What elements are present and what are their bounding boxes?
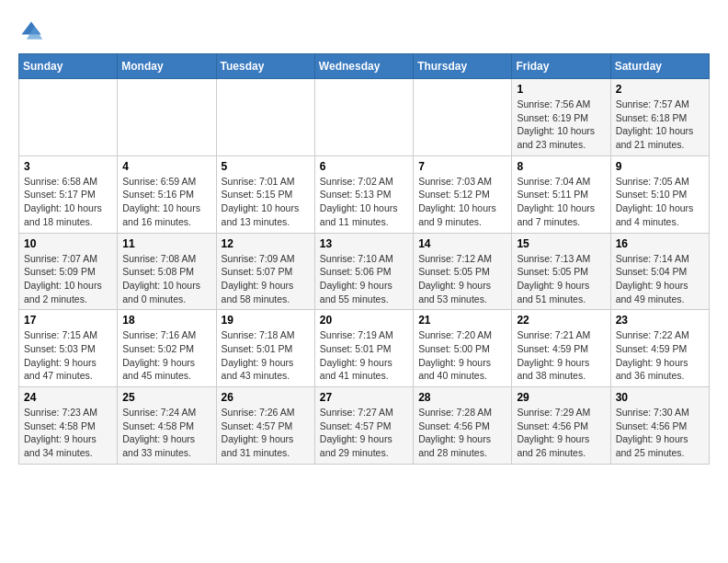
day-info: Sunrise: 7:05 AM Sunset: 5:10 PM Dayligh… (616, 175, 704, 229)
calendar-day-cell: 30Sunrise: 7:30 AM Sunset: 4:56 PM Dayli… (610, 387, 709, 465)
day-number: 15 (517, 237, 605, 250)
day-info: Sunrise: 7:07 AM Sunset: 5:09 PM Dayligh… (24, 252, 112, 306)
day-number: 27 (320, 391, 408, 404)
day-number: 3 (24, 160, 112, 173)
day-info: Sunrise: 7:08 AM Sunset: 5:08 PM Dayligh… (122, 252, 210, 306)
calendar-day-cell: 19Sunrise: 7:18 AM Sunset: 5:01 PM Dayli… (216, 310, 314, 387)
calendar-day-cell (19, 79, 118, 156)
dow-cell: Tuesday (216, 54, 314, 79)
day-number: 20 (320, 314, 408, 327)
day-number: 11 (122, 237, 210, 250)
day-number: 6 (320, 160, 408, 173)
day-number: 12 (222, 237, 310, 250)
calendar-day-cell: 21Sunrise: 7:20 AM Sunset: 5:00 PM Dayli… (414, 310, 512, 387)
calendar-day-cell (118, 79, 216, 156)
day-info: Sunrise: 7:21 AM Sunset: 4:59 PM Dayligh… (517, 328, 605, 383)
dow-cell: Friday (512, 54, 610, 79)
calendar-day-cell: 25Sunrise: 7:24 AM Sunset: 4:58 PM Dayli… (118, 387, 216, 465)
day-number: 1 (517, 83, 605, 96)
day-info: Sunrise: 7:26 AM Sunset: 4:57 PM Dayligh… (222, 406, 310, 460)
calendar-week: 1Sunrise: 7:56 AM Sunset: 6:19 PM Daylig… (19, 79, 710, 156)
calendar-day-cell: 3Sunrise: 6:58 AM Sunset: 5:17 PM Daylig… (19, 155, 118, 233)
day-info: Sunrise: 7:28 AM Sunset: 4:56 PM Dayligh… (418, 406, 506, 460)
logo-icon (18, 18, 44, 44)
dow-cell: Thursday (414, 54, 512, 79)
calendar-day-cell: 14Sunrise: 7:12 AM Sunset: 5:05 PM Dayli… (414, 233, 512, 310)
calendar-day-cell (216, 79, 314, 156)
day-number: 29 (517, 391, 605, 404)
calendar-day-cell: 17Sunrise: 7:15 AM Sunset: 5:03 PM Dayli… (19, 310, 118, 387)
day-info: Sunrise: 7:19 AM Sunset: 5:01 PM Dayligh… (320, 328, 408, 383)
day-info: Sunrise: 7:15 AM Sunset: 5:03 PM Dayligh… (24, 328, 112, 383)
dow-cell: Wednesday (314, 54, 413, 79)
calendar-day-cell: 8Sunrise: 7:04 AM Sunset: 5:11 PM Daylig… (512, 155, 610, 233)
calendar-day-cell: 24Sunrise: 7:23 AM Sunset: 4:58 PM Dayli… (19, 387, 118, 465)
day-info: Sunrise: 7:18 AM Sunset: 5:01 PM Dayligh… (222, 328, 310, 383)
day-info: Sunrise: 7:14 AM Sunset: 5:04 PM Dayligh… (616, 252, 704, 306)
dow-cell: Sunday (19, 54, 118, 79)
calendar-day-cell: 5Sunrise: 7:01 AM Sunset: 5:15 PM Daylig… (216, 155, 314, 233)
calendar-day-cell: 13Sunrise: 7:10 AM Sunset: 5:06 PM Dayli… (314, 233, 413, 310)
day-info: Sunrise: 7:56 AM Sunset: 6:19 PM Dayligh… (517, 98, 605, 152)
day-info: Sunrise: 7:27 AM Sunset: 4:57 PM Dayligh… (320, 406, 408, 460)
day-info: Sunrise: 7:13 AM Sunset: 5:05 PM Dayligh… (517, 252, 605, 306)
day-info: Sunrise: 7:01 AM Sunset: 5:15 PM Dayligh… (222, 175, 310, 229)
day-number: 25 (122, 391, 210, 404)
day-number: 26 (222, 391, 310, 404)
calendar-day-cell: 20Sunrise: 7:19 AM Sunset: 5:01 PM Dayli… (314, 310, 413, 387)
day-number: 21 (418, 314, 506, 327)
calendar-day-cell: 12Sunrise: 7:09 AM Sunset: 5:07 PM Dayli… (216, 233, 314, 310)
day-number: 22 (517, 314, 605, 327)
day-number: 4 (122, 160, 210, 173)
day-number: 10 (24, 237, 112, 250)
day-number: 18 (122, 314, 210, 327)
day-number: 14 (418, 237, 506, 250)
page-header (18, 18, 710, 44)
dow-cell: Monday (118, 54, 216, 79)
day-info: Sunrise: 7:23 AM Sunset: 4:58 PM Dayligh… (24, 406, 112, 460)
calendar-body: 1Sunrise: 7:56 AM Sunset: 6:19 PM Daylig… (19, 79, 710, 465)
day-number: 17 (24, 314, 112, 327)
day-info: Sunrise: 7:24 AM Sunset: 4:58 PM Dayligh… (122, 406, 210, 460)
calendar: SundayMondayTuesdayWednesdayThursdayFrid… (18, 53, 710, 465)
day-number: 28 (418, 391, 506, 404)
calendar-week: 3Sunrise: 6:58 AM Sunset: 5:17 PM Daylig… (19, 155, 710, 233)
day-number: 8 (517, 160, 605, 173)
day-info: Sunrise: 7:02 AM Sunset: 5:13 PM Dayligh… (320, 175, 408, 229)
day-number: 30 (616, 391, 704, 404)
day-info: Sunrise: 7:09 AM Sunset: 5:07 PM Dayligh… (222, 252, 310, 306)
day-info: Sunrise: 6:59 AM Sunset: 5:16 PM Dayligh… (122, 175, 210, 229)
calendar-day-cell: 6Sunrise: 7:02 AM Sunset: 5:13 PM Daylig… (314, 155, 413, 233)
logo (18, 18, 48, 44)
day-info: Sunrise: 7:12 AM Sunset: 5:05 PM Dayligh… (418, 252, 506, 306)
day-number: 23 (616, 314, 704, 327)
calendar-day-cell: 11Sunrise: 7:08 AM Sunset: 5:08 PM Dayli… (118, 233, 216, 310)
calendar-day-cell: 7Sunrise: 7:03 AM Sunset: 5:12 PM Daylig… (414, 155, 512, 233)
calendar-day-cell (314, 79, 413, 156)
calendar-day-cell: 26Sunrise: 7:26 AM Sunset: 4:57 PM Dayli… (216, 387, 314, 465)
calendar-day-cell: 10Sunrise: 7:07 AM Sunset: 5:09 PM Dayli… (19, 233, 118, 310)
day-number: 5 (222, 160, 310, 173)
calendar-day-cell: 27Sunrise: 7:27 AM Sunset: 4:57 PM Dayli… (314, 387, 413, 465)
day-info: Sunrise: 7:57 AM Sunset: 6:18 PM Dayligh… (616, 98, 704, 152)
day-number: 13 (320, 237, 408, 250)
day-info: Sunrise: 6:58 AM Sunset: 5:17 PM Dayligh… (24, 175, 112, 229)
calendar-day-cell: 2Sunrise: 7:57 AM Sunset: 6:18 PM Daylig… (610, 79, 709, 156)
calendar-week: 17Sunrise: 7:15 AM Sunset: 5:03 PM Dayli… (19, 310, 710, 387)
day-number: 9 (616, 160, 704, 173)
calendar-day-cell: 4Sunrise: 6:59 AM Sunset: 5:16 PM Daylig… (118, 155, 216, 233)
day-info: Sunrise: 7:03 AM Sunset: 5:12 PM Dayligh… (418, 175, 506, 229)
day-number: 7 (418, 160, 506, 173)
day-number: 19 (222, 314, 310, 327)
day-info: Sunrise: 7:04 AM Sunset: 5:11 PM Dayligh… (517, 175, 605, 229)
calendar-day-cell: 15Sunrise: 7:13 AM Sunset: 5:05 PM Dayli… (512, 233, 610, 310)
calendar-day-cell: 29Sunrise: 7:29 AM Sunset: 4:56 PM Dayli… (512, 387, 610, 465)
calendar-day-cell: 9Sunrise: 7:05 AM Sunset: 5:10 PM Daylig… (610, 155, 709, 233)
calendar-day-cell: 22Sunrise: 7:21 AM Sunset: 4:59 PM Dayli… (512, 310, 610, 387)
calendar-day-cell: 23Sunrise: 7:22 AM Sunset: 4:59 PM Dayli… (610, 310, 709, 387)
calendar-day-cell: 18Sunrise: 7:16 AM Sunset: 5:02 PM Dayli… (118, 310, 216, 387)
day-info: Sunrise: 7:16 AM Sunset: 5:02 PM Dayligh… (122, 328, 210, 383)
calendar-day-cell: 28Sunrise: 7:28 AM Sunset: 4:56 PM Dayli… (414, 387, 512, 465)
day-info: Sunrise: 7:22 AM Sunset: 4:59 PM Dayligh… (616, 328, 704, 383)
day-info: Sunrise: 7:20 AM Sunset: 5:00 PM Dayligh… (418, 328, 506, 383)
